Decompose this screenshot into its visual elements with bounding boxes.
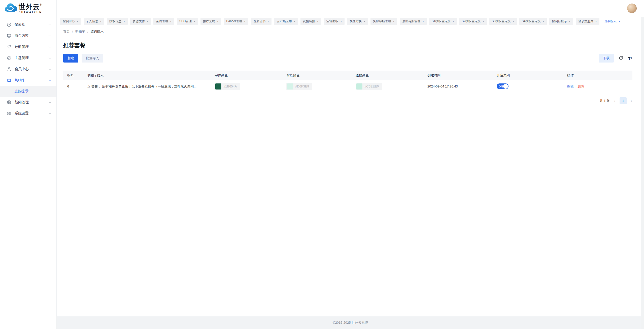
tab-close-icon[interactable]: × [293, 20, 295, 23]
col-header-created: 创建时间 [423, 71, 493, 80]
tab-item[interactable]: S1模板自定义× [429, 18, 457, 25]
tab-item[interactable]: 头部导航管理× [370, 18, 397, 25]
tab-label: 推荐套餐 [203, 19, 215, 23]
tab-label: 控制中心 [63, 19, 75, 23]
tab-close-icon[interactable]: × [317, 20, 319, 23]
tab-item[interactable]: 快捷方块× [347, 18, 368, 25]
toolbar-right: 下载 T↕ [599, 54, 632, 63]
tab-item[interactable]: S4模板自定义× [519, 18, 547, 25]
chevron-down-icon [49, 113, 51, 114]
delete-link[interactable]: 删除 [578, 84, 584, 88]
tab-label: 友情链接 [303, 19, 315, 23]
sidebar-item-nav-management[interactable]: 导航管理 [0, 41, 56, 52]
breadcrumb-item-current: 选购提示 [90, 29, 104, 34]
sidebar-item-frontend-content[interactable]: 前台内容 [0, 30, 56, 41]
chevron-down-icon [49, 57, 51, 59]
download-button[interactable]: 下载 [599, 54, 614, 63]
dashboard-icon [7, 22, 11, 27]
sidebar-item-news-management[interactable]: 新闻管理 [0, 97, 56, 108]
tab-close-icon[interactable]: × [512, 20, 514, 23]
tab-item[interactable]: S3模板自定义× [489, 18, 517, 25]
font-size-icon[interactable]: T↕ [628, 56, 632, 61]
tab-close-icon[interactable]: × [170, 20, 172, 23]
border-color-chip: #C6EEE0 [356, 83, 382, 90]
next-page-icon[interactable]: › [631, 99, 632, 103]
tab-close-icon[interactable]: × [542, 20, 544, 23]
sidebar-subitem-purchase-tips[interactable]: 选购提示 [0, 86, 56, 97]
tab-close-icon[interactable]: × [77, 20, 79, 23]
tab-label: 个人信息 [86, 19, 98, 23]
edit-link[interactable]: 编辑 [567, 84, 574, 88]
col-header-actions: 操作 [563, 71, 632, 80]
breadcrumb-item[interactable]: 首页 [63, 29, 70, 34]
sidebar-item-member-center[interactable]: 会员中心 [0, 64, 56, 75]
tab-item[interactable]: 控制中心× [60, 18, 81, 25]
pagination: 共 1 条 ‹ 1 › [63, 97, 632, 104]
user-icon [7, 67, 11, 71]
tab-item[interactable]: 资质证书× [251, 18, 272, 25]
registered-mark: ® [40, 3, 42, 6]
batch-import-button[interactable]: 批量导入 [82, 54, 103, 63]
tab-item[interactable]: SEO管理× [177, 18, 198, 25]
tab-item[interactable]: 登录注册页× [576, 18, 600, 25]
tab-close-icon[interactable]: × [340, 20, 342, 23]
tab-close-icon[interactable]: × [618, 20, 620, 23]
cell-switch: ON [493, 80, 563, 93]
prev-page-icon[interactable]: ‹ [614, 99, 615, 103]
tab-close-icon[interactable]: × [244, 20, 246, 23]
create-button[interactable]: 新建 [63, 54, 78, 63]
tab-close-icon[interactable]: × [193, 20, 195, 23]
user-avatar[interactable] [627, 4, 637, 13]
current-page[interactable]: 1 [620, 97, 627, 104]
tab-item[interactable]: 资源文件× [130, 18, 151, 25]
tab-close-icon[interactable]: × [147, 20, 149, 23]
tab-item[interactable]: 友情链接× [300, 18, 321, 25]
sidebar-item-label: 系统设置 [15, 111, 49, 116]
cell-bg-color: #D6F3E9 [282, 80, 352, 93]
tab-close-icon[interactable]: × [123, 20, 125, 23]
tab-item-active[interactable]: 选购提示× [602, 18, 623, 25]
tab-close-icon[interactable]: × [452, 20, 454, 23]
sidebar-item-label: 前台内容 [15, 34, 49, 38]
tab-close-icon[interactable]: × [569, 20, 571, 23]
tab-close-icon[interactable]: × [267, 20, 269, 23]
tab-item[interactable]: 底部导航管理× [400, 18, 427, 25]
tab-item[interactable]: 授权信息× [107, 18, 128, 25]
tab-close-icon[interactable]: × [595, 20, 597, 23]
copyright-text: ©2016-2025 世外云系统 [333, 320, 368, 325]
tab-label: 云市场应用 [277, 19, 292, 23]
sidebar-item-shopping-cart[interactable]: 购物车 [0, 75, 56, 86]
tab-item[interactable]: 个人信息× [84, 18, 105, 25]
tab-close-icon[interactable]: × [363, 20, 365, 23]
sidebar-nav: 仪表盘 前台内容 导航管理 [0, 16, 56, 119]
toggle-switch[interactable]: ON [497, 83, 509, 89]
tab-item[interactable]: S2模板自定义× [459, 18, 487, 25]
sidebar-item-theme-management[interactable]: 主题管理 [0, 52, 56, 64]
vertical-scrollbar[interactable] [641, 17, 644, 329]
tab-label: 快捷方块 [350, 19, 362, 23]
sidebar-item-label: 主题管理 [15, 56, 49, 60]
tab-close-icon[interactable]: × [422, 20, 424, 23]
tab-item[interactable]: 控制台提示× [549, 18, 573, 25]
cell-id: 6 [63, 80, 83, 93]
tab-item[interactable]: Banner管理× [224, 18, 248, 25]
total-count: 共 1 条 [600, 99, 610, 103]
brand-logo: 世外云® SHIWAIYUN [0, 0, 56, 16]
tab-item[interactable]: 推荐套餐× [200, 18, 221, 25]
tab-close-icon[interactable]: × [482, 20, 484, 23]
tab-label: 资源文件 [133, 19, 145, 23]
tab-item[interactable]: 云市场应用× [274, 18, 298, 25]
tab-label: 登录注册页 [578, 19, 593, 23]
sidebar-item-dashboard[interactable]: 仪表盘 [0, 19, 56, 30]
tab-close-icon[interactable]: × [100, 20, 102, 23]
bg-color-chip: #D6F3E9 [286, 83, 312, 90]
tab-item[interactable]: 宝塔面板× [324, 18, 345, 25]
col-header-font-color: 字体颜色 [211, 71, 282, 80]
tab-close-icon[interactable]: × [217, 20, 219, 23]
refresh-icon[interactable] [619, 56, 623, 61]
tab-item[interactable]: 全局管理× [153, 18, 174, 25]
table-header: 编号 购物车提示 字体颜色 背景颜色 边框颜色 创建时间 开启关闭 操作 [63, 71, 632, 80]
sidebar-item-system-settings[interactable]: 系统设置 [0, 108, 56, 119]
breadcrumb-item[interactable]: 购物车 [75, 29, 85, 34]
tab-close-icon[interactable]: × [393, 20, 395, 23]
